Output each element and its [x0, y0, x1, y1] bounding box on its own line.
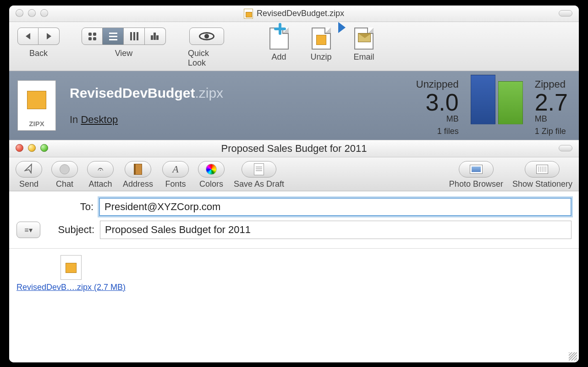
attachment-item[interactable]: RevisedDevB….zipx (2.7 MB) [16, 255, 126, 292]
save-draft-button[interactable] [242, 161, 276, 178]
colors-button[interactable] [198, 161, 225, 178]
subject-field[interactable] [100, 221, 572, 239]
zipx-file-icon [244, 9, 253, 19]
window-title: RevisedDevBudget.zipx [257, 9, 344, 18]
photo-icon [470, 165, 483, 174]
zip-folder-icon [316, 35, 326, 45]
zipped-unit: MB [535, 114, 568, 124]
compose-header: To: ≡▾ Subject: [9, 191, 579, 249]
view-mode-segment [82, 28, 166, 45]
address-label: Address [123, 179, 153, 189]
archive-file-icon: ZIPX [17, 80, 56, 131]
zoom-icon[interactable] [40, 9, 48, 17]
unzipped-sub: 1 files [416, 127, 459, 136]
location-link[interactable]: Desktop [81, 114, 118, 125]
chat-label: Chat [56, 179, 73, 189]
draft-icon [254, 163, 264, 175]
zipped-sub: 1 Zip file [535, 127, 568, 136]
mail-titlebar: Proposed Sales Budget for 2011 [9, 140, 579, 157]
add-button[interactable] [269, 28, 289, 50]
attach-button[interactable]: 𝄐 [87, 161, 114, 178]
view-coverflow-button[interactable] [145, 28, 166, 45]
winzip-toolbar: Back View Quick Look Ad [9, 22, 579, 71]
archive-filename: RevisedDevBudget.zipx [70, 85, 223, 101]
to-field[interactable] [99, 198, 572, 216]
attachment-zip-icon [60, 255, 82, 280]
toolbar-pill-button[interactable] [559, 10, 572, 17]
photo-browser-label: Photo Browser [449, 179, 503, 189]
mail-toolbar: Send Chat 𝄐Attach Address AFonts Colors … [9, 157, 579, 191]
zoom-icon[interactable] [40, 144, 48, 152]
address-button[interactable] [125, 161, 151, 178]
size-stats: Unzipped 3.0 MB 1 files Zipped 2.7 MB 1 … [416, 75, 568, 136]
mail-window-title: Proposed Sales Budget for 2011 [221, 143, 367, 155]
back-forward-segment [17, 28, 60, 45]
unzipped-unit: MB [416, 114, 459, 124]
close-icon[interactable] [16, 9, 23, 17]
chat-bubble-icon [60, 164, 70, 174]
photo-browser-button[interactable] [459, 161, 494, 178]
back-button[interactable] [17, 28, 38, 45]
paperclip-icon: 𝄐 [98, 163, 103, 175]
fonts-button[interactable]: A [162, 161, 189, 178]
unzip-button[interactable] [312, 28, 331, 50]
minimize-icon[interactable] [28, 9, 36, 17]
forward-button[interactable] [38, 28, 60, 45]
size-bar-chart [471, 75, 523, 124]
show-stationery-button[interactable] [525, 161, 560, 178]
attach-label: Attach [88, 179, 112, 189]
bar-unzipped [471, 75, 495, 124]
options-menu-icon: ≡▾ [24, 226, 32, 234]
view-list-button[interactable] [103, 28, 124, 45]
resize-handle-icon[interactable] [569, 352, 577, 361]
colors-label: Colors [199, 179, 223, 189]
plus-icon [274, 23, 286, 35]
fonts-label: Fonts [165, 179, 186, 189]
attachment-link[interactable]: RevisedDevB….zipx (2.7 MB) [16, 283, 126, 292]
font-icon: A [172, 163, 178, 175]
back-label: Back [29, 49, 48, 58]
send-button[interactable] [16, 161, 42, 178]
view-columns-button[interactable] [124, 28, 145, 45]
file-ext-badge: ZIPX [29, 120, 44, 128]
quick-look-button[interactable] [189, 28, 224, 45]
minimize-icon[interactable] [28, 144, 36, 152]
to-label: To: [16, 201, 99, 213]
winzip-titlebar: RevisedDevBudget.zipx [9, 6, 579, 22]
envelope-icon [358, 33, 371, 42]
show-stationery-label: Show Stationery [512, 179, 572, 189]
bar-zipped [498, 81, 523, 124]
header-options-button[interactable]: ≡▾ [16, 222, 40, 238]
add-label: Add [272, 52, 286, 62]
color-wheel-icon [206, 164, 217, 175]
stationery-icon [536, 165, 548, 174]
paper-plane-icon [22, 163, 35, 176]
unzipped-value: 3.0 [416, 90, 459, 114]
quick-look-label: Quick Look [188, 49, 225, 68]
email-label: Email [354, 52, 374, 62]
chat-button[interactable] [51, 161, 78, 178]
view-icons-button[interactable] [82, 28, 103, 45]
address-book-icon [134, 164, 142, 175]
close-icon[interactable] [16, 144, 23, 152]
toolbar-pill-button[interactable] [559, 145, 572, 151]
zipped-value: 2.7 [535, 90, 568, 114]
send-label: Send [19, 179, 38, 189]
unzip-label: Unzip [311, 52, 332, 62]
email-button[interactable] [354, 28, 374, 50]
save-draft-label: Save As Draft [234, 179, 284, 189]
message-body[interactable]: RevisedDevB….zipx (2.7 MB) [9, 249, 579, 362]
view-label: View [115, 49, 133, 58]
archive-location: In Desktop [70, 114, 223, 126]
eye-icon [199, 32, 214, 40]
archive-info-band: ZIPX RevisedDevBudget.zipx In Desktop Un… [9, 71, 579, 140]
subject-label: Subject: [46, 224, 100, 236]
